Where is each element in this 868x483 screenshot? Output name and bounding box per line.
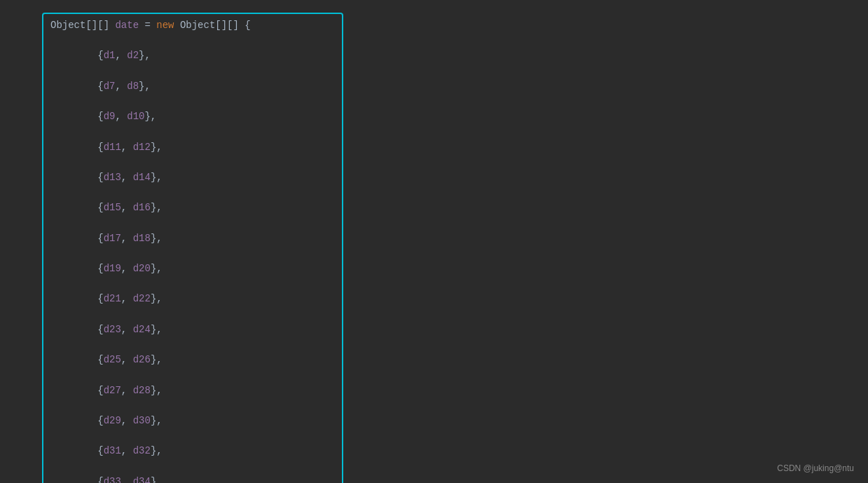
code-block-1-content: Object[][] date = new Object[][] { {d1, … [50, 18, 335, 483]
code-editor: Object[][] date = new Object[][] { {d1, … [0, 0, 868, 483]
code-block-1: Object[][] date = new Object[][] { {d1, … [42, 13, 343, 483]
csdn-watermark: CSDN @juking@ntu [777, 463, 854, 473]
